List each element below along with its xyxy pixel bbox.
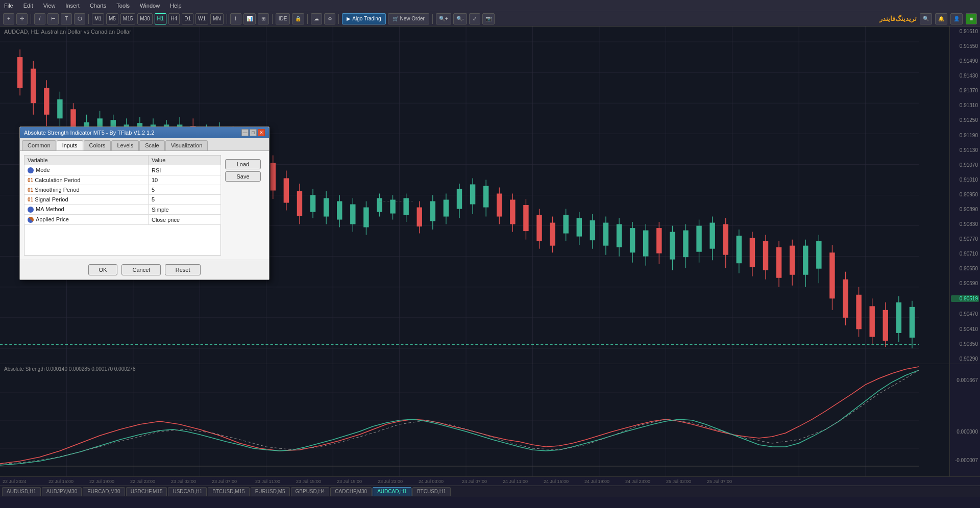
param-row-mode[interactable]: Mode RSI	[24, 165, 221, 175]
time-label-7: 23 Jul 15:00	[296, 479, 321, 484]
tb-lock[interactable]: 🔒	[292, 13, 304, 24]
tb-tools[interactable]: ⊢	[47, 13, 59, 24]
tb-text[interactable]: T	[61, 13, 72, 24]
tb-shapes[interactable]: ⬡	[74, 13, 85, 24]
dialog-minimize-button[interactable]: —	[241, 129, 249, 136]
param-row-signal-period[interactable]: 01Signal Period 5	[24, 195, 221, 205]
tb-notifications[interactable]: 🔔	[935, 13, 947, 24]
svg-rect-130	[709, 223, 715, 249]
svg-rect-140	[776, 247, 781, 278]
tb-settings[interactable]: ■	[966, 13, 977, 24]
tf-m30[interactable]: M30	[137, 13, 152, 24]
dialog-tab-common[interactable]: Common	[22, 140, 56, 150]
svg-rect-116	[617, 224, 622, 247]
svg-rect-142	[790, 246, 795, 275]
tab-btcusd-h1[interactable]: BTCUSD,H1	[412, 487, 451, 496]
param-row-applied-price[interactable]: Applied Price Close price	[24, 215, 221, 225]
dialog-close-button[interactable]: ✕	[258, 129, 265, 136]
tab-usdchf-m15[interactable]: USDCHF,M15	[126, 487, 167, 496]
tb-grid[interactable]: ⊞	[258, 13, 269, 24]
tab-audusd-h1[interactable]: AUDUSD,H1	[2, 487, 41, 496]
param-row-smooth-period[interactable]: 01Smoothing Period 5	[24, 185, 221, 195]
tb-vps[interactable]: ⚙	[324, 13, 335, 24]
tb-fit[interactable]: ⤢	[469, 13, 480, 24]
dialog-tab-scale[interactable]: Scale	[139, 140, 165, 150]
svg-rect-88	[430, 201, 435, 221]
tf-m1[interactable]: M1	[92, 13, 104, 24]
tf-h1[interactable]: H1	[155, 13, 166, 24]
price-level-0: 0.91610	[951, 29, 979, 34]
svg-rect-71	[324, 198, 329, 217]
dialog-tab-levels[interactable]: Levels	[111, 140, 139, 150]
tb-zoom-out[interactable]: 🔍-	[453, 13, 467, 24]
indicator-chart-svg	[0, 364, 919, 476]
menu-insert[interactable]: Insert	[63, 2, 82, 10]
tab-gbpusd-h4[interactable]: GBPUSD,H4	[291, 487, 330, 496]
ok-button[interactable]: OK	[88, 264, 118, 275]
algo-trading-button[interactable]: ▶ Algo Trading	[342, 13, 385, 24]
tb-line[interactable]: /	[34, 13, 45, 24]
tf-w1[interactable]: W1	[195, 13, 208, 24]
tb-search[interactable]: 🔍	[920, 13, 932, 24]
indicator-dialog: Absolute Strength Indicator MT5 - By TFl…	[19, 126, 270, 280]
reset-button[interactable]: Reset	[165, 264, 201, 275]
tb-indicators[interactable]: ⌇	[230, 13, 241, 24]
indicator-title: Absolute Strength 0.000140 0.000285 0.00…	[4, 366, 135, 372]
bottom-tabs: AUDUSD,H1 AUDJPY,M30 EURCAD,M30 USDCHF,M…	[0, 486, 980, 497]
svg-rect-148	[829, 252, 835, 298]
save-button[interactable]: Save	[225, 171, 261, 182]
menu-help[interactable]: Help	[168, 2, 184, 10]
brand-area: تریدینگ‌فایندر 🔍 🔔 👤 ■	[879, 13, 977, 24]
dialog-maximize-button[interactable]: □	[250, 129, 257, 136]
svg-rect-122	[656, 228, 662, 253]
param-price-icon	[28, 217, 34, 223]
param-row-ma-method[interactable]: MA Method Simple	[24, 205, 221, 215]
svg-rect-106	[550, 223, 555, 246]
time-label-8: 23 Jul 19:00	[337, 479, 362, 484]
tf-d1[interactable]: D1	[182, 13, 193, 24]
menu-file[interactable]: File	[2, 2, 15, 10]
toolbar-sep-1	[31, 14, 31, 24]
cancel-button[interactable]: Cancel	[121, 264, 160, 275]
price-level-7: 0.91190	[951, 133, 979, 138]
dialog-tab-colors[interactable]: Colors	[84, 140, 111, 150]
load-button[interactable]: Load	[225, 159, 261, 169]
tb-chart-type[interactable]: 📊	[243, 13, 256, 24]
tb-crosshair[interactable]: ✛	[16, 13, 28, 24]
tf-m5[interactable]: M5	[106, 13, 118, 24]
tb-ide[interactable]: IDE	[276, 13, 290, 24]
tf-h4[interactable]: H4	[168, 13, 180, 24]
menu-tools[interactable]: Tools	[114, 2, 132, 10]
tab-eurcad-m30[interactable]: EURCAD,M30	[83, 487, 125, 496]
tb-screenshot[interactable]: 📷	[482, 13, 495, 24]
dialog-tab-inputs[interactable]: Inputs	[57, 140, 83, 150]
menu-edit[interactable]: Edit	[21, 2, 35, 10]
time-label-12: 24 Jul 11:00	[503, 479, 528, 484]
svg-rect-124	[670, 232, 675, 260]
tb-cloud[interactable]: ☁	[311, 13, 322, 24]
tab-audcad-h1[interactable]: AUDCAD,H1	[373, 487, 411, 496]
tf-m15[interactable]: M15	[120, 13, 135, 24]
tab-audjpy-m30[interactable]: AUDJPY,M30	[42, 487, 82, 496]
tb-zoom-in[interactable]: 🔍+	[436, 13, 451, 24]
param-row-calc-period[interactable]: 01Calculation Period 10	[24, 175, 221, 185]
ind-level-low: -0.000007	[951, 458, 979, 463]
time-label-2: 22 Jul 19:00	[89, 479, 114, 484]
new-order-button[interactable]: 🛒 New Order	[388, 13, 429, 24]
tb-account[interactable]: 👤	[950, 13, 963, 24]
menu-view[interactable]: View	[41, 2, 58, 10]
tf-mn[interactable]: MN	[210, 13, 224, 24]
menu-charts[interactable]: Charts	[88, 2, 108, 10]
tab-cadchf-m30[interactable]: CADCHF,M30	[330, 487, 372, 496]
svg-rect-108	[563, 215, 568, 234]
svg-rect-118	[630, 228, 635, 252]
tb-new-chart[interactable]: +	[3, 13, 14, 24]
dialog-tab-visualization[interactable]: Visualization	[165, 140, 208, 150]
tab-btcusd-m15[interactable]: BTCUSD,M15	[208, 487, 249, 496]
svg-rect-120	[643, 231, 648, 257]
svg-rect-27	[31, 69, 36, 104]
menu-window[interactable]: Window	[138, 2, 162, 10]
tab-usdcad-h1[interactable]: USDCAD,H1	[168, 487, 207, 496]
time-label-4: 23 Jul 03:00	[171, 479, 196, 484]
tab-eurusd-m5[interactable]: EURUSD,M5	[251, 487, 290, 496]
